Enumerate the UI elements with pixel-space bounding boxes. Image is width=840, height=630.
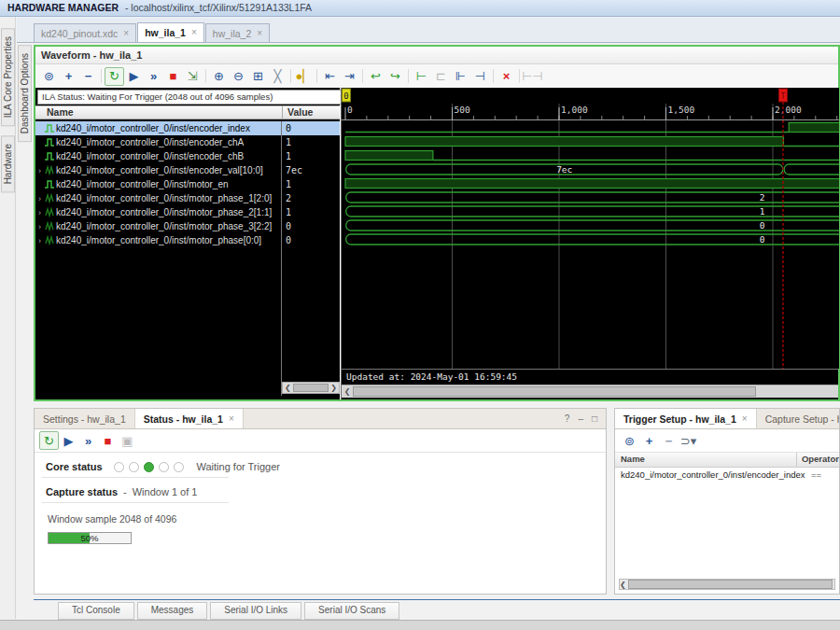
- search-icon[interactable]: ⊚: [39, 67, 59, 86]
- signal-value[interactable]: 1: [282, 177, 340, 191]
- signal-value[interactable]: 1: [282, 135, 340, 149]
- minimize-icon[interactable]: –: [578, 413, 583, 424]
- sidebar-item-dashboard-options[interactable]: Dashboard Options: [18, 45, 32, 142]
- marker-icon[interactable]: ●▏: [294, 67, 314, 86]
- signal-row[interactable]: ›kd240_i/motor_controller_0/inst/motor_p…: [35, 191, 281, 205]
- expand-icon[interactable]: ›: [35, 222, 44, 231]
- divider: [42, 502, 229, 503]
- console-tab-serial-i-o-links[interactable]: Serial I/O Links: [210, 602, 301, 620]
- signal-value[interactable]: 0: [282, 233, 340, 247]
- remove-probe-icon[interactable]: −: [78, 67, 98, 86]
- bus-value-label: 7ec: [556, 164, 572, 175]
- compare-icon[interactable]: ▣: [118, 431, 137, 450]
- run-all-icon[interactable]: »: [78, 431, 98, 450]
- zoom-to-trigger-icon[interactable]: ╳: [268, 67, 287, 86]
- value-column-header[interactable]: Value: [282, 106, 340, 119]
- zoom-in-icon[interactable]: ⊕: [209, 67, 229, 86]
- signal-row[interactable]: ›kd240_i/motor_controller_0/inst/encoder…: [35, 163, 281, 177]
- help-icon[interactable]: ?: [565, 413, 570, 424]
- close-icon[interactable]: ×: [123, 25, 129, 42]
- signal-row[interactable]: ›kd240_i/motor_controller_0/inst/motor_p…: [35, 233, 281, 247]
- waveform-canvas[interactable]: 05001,0001,5002,0007ec21000T: [342, 88, 839, 369]
- waveform-canvas-pane[interactable]: 05001,0001,5002,0007ec21000T Updated at:…: [341, 88, 838, 399]
- trigger-probe-row[interactable]: kd240_i/motor_controller_0/inst/encoder_…: [615, 468, 839, 482]
- console-tab-messages[interactable]: Messages: [137, 602, 208, 620]
- run-all-icon[interactable]: »: [144, 67, 163, 86]
- signal-row[interactable]: kd240_i/motor_controller_0/inst/motor_en: [35, 177, 281, 191]
- trigger-name-column-header[interactable]: Name: [615, 453, 796, 467]
- tab-kd240_pinout.xdc[interactable]: kd240_pinout.xdc×: [34, 23, 136, 42]
- console-tab-serial-i-o-scans[interactable]: Serial I/O Scans: [304, 602, 399, 620]
- add-probe-icon[interactable]: +: [639, 431, 659, 450]
- run-trigger-icon[interactable]: ↻: [105, 67, 124, 86]
- signal-value[interactable]: 2: [282, 191, 340, 205]
- name-column-header[interactable]: Name: [35, 106, 282, 119]
- tab-settings-hw-ila-1[interactable]: Settings - hw_ila_1: [35, 409, 135, 428]
- prev-marker-icon[interactable]: ⊏: [431, 67, 451, 86]
- run-trigger-icon[interactable]: ↻: [39, 431, 59, 450]
- divider: [42, 477, 229, 478]
- next-marker-icon[interactable]: ⊩: [451, 67, 470, 86]
- trigger-operator-column-header[interactable]: Operator: [796, 453, 839, 467]
- signal-value[interactable]: 0: [282, 219, 340, 233]
- scrollbar-thumb[interactable]: [628, 580, 833, 589]
- expand-icon[interactable]: ›: [35, 208, 44, 217]
- remove-marker-icon[interactable]: ⊣: [470, 67, 490, 86]
- value-column-scrollbar[interactable]: ❮ ❯: [282, 382, 340, 394]
- signal-value[interactable]: 1: [282, 205, 340, 219]
- close-icon[interactable]: ×: [191, 24, 197, 41]
- probe-operator[interactable]: ==: [806, 468, 839, 482]
- close-icon[interactable]: ×: [229, 410, 234, 428]
- expand-icon[interactable]: ›: [35, 236, 44, 245]
- stop-icon[interactable]: ■: [163, 67, 183, 86]
- tab-trigger-setup-hw-ila-1[interactable]: Trigger Setup - hw_ila_1×: [615, 409, 757, 428]
- scrollbar-thumb[interactable]: [293, 384, 329, 392]
- sidebar-item-hardware[interactable]: Hardware: [1, 135, 15, 192]
- gate-icon[interactable]: ⊃▾: [679, 431, 698, 450]
- trigger-marker-label: T: [781, 92, 786, 101]
- goto-end-icon[interactable]: ⇥: [340, 67, 359, 86]
- close-icon[interactable]: ×: [742, 410, 748, 428]
- stop-icon[interactable]: ■: [98, 431, 118, 450]
- close-icon[interactable]: ×: [257, 25, 262, 42]
- export-data-icon[interactable]: ⇲: [183, 67, 203, 86]
- expand-icon[interactable]: ›: [35, 194, 44, 203]
- add-probe-icon[interactable]: +: [59, 67, 78, 86]
- tab-status-hw-ila-1[interactable]: Status - hw_ila_1×: [135, 409, 244, 428]
- signal-row[interactable]: kd240_i/motor_controller_0/inst/encoder_…: [35, 149, 281, 163]
- scroll-right-icon[interactable]: ❯: [330, 384, 337, 392]
- scroll-left-icon[interactable]: ❮: [342, 387, 353, 396]
- search-icon[interactable]: ⊚: [620, 431, 639, 450]
- tab-hw_ila_2[interactable]: hw_ila_2×: [205, 23, 270, 42]
- prev-transition-icon[interactable]: ↩: [366, 67, 385, 86]
- expand-icon[interactable]: ›: [35, 166, 44, 175]
- zoom-fit-icon[interactable]: ⊞: [248, 67, 268, 86]
- signal-value[interactable]: 0: [282, 121, 340, 135]
- signal-row[interactable]: ›kd240_i/motor_controller_0/inst/motor_p…: [35, 219, 281, 233]
- delete-icon[interactable]: ×: [497, 67, 516, 86]
- scroll-left-icon[interactable]: ❮: [620, 581, 626, 589]
- trigger-h-scrollbar[interactable]: ❮: [619, 579, 835, 590]
- run-immediate-icon[interactable]: ▶: [124, 67, 144, 86]
- run-immediate-icon[interactable]: ▶: [59, 431, 78, 450]
- signal-row[interactable]: ›kd240_i/motor_controller_0/inst/motor_p…: [35, 205, 281, 219]
- zoom-out-icon[interactable]: ⊖: [229, 67, 248, 86]
- signal-row[interactable]: kd240_i/motor_controller_0/inst/encoder_…: [35, 135, 281, 149]
- scrollbar-thumb[interactable]: [353, 386, 756, 397]
- sidebar-item-ila-core-properties[interactable]: ILA Core Properties: [1, 28, 15, 126]
- bus-value-label: 0: [760, 234, 765, 245]
- add-marker-icon[interactable]: ⊢: [412, 67, 431, 86]
- tab-hw_ila_1[interactable]: hw_ila_1×: [137, 22, 204, 42]
- console-tab-tcl-console[interactable]: Tcl Console: [58, 602, 134, 620]
- maximize-icon[interactable]: □: [592, 413, 597, 424]
- next-transition-icon[interactable]: ↪: [385, 67, 405, 86]
- waveform-h-scrollbar[interactable]: ❮: [342, 385, 838, 398]
- remove-probe-icon[interactable]: −: [659, 431, 679, 450]
- scroll-left-icon[interactable]: ❮: [285, 384, 291, 392]
- signal-row[interactable]: kd240_i/motor_controller_0/inst/encoder_…: [35, 121, 281, 135]
- goto-start-icon[interactable]: ⇤: [320, 67, 340, 86]
- signal-value[interactable]: 1: [282, 149, 340, 163]
- tab-capture-setup-hw-ila-1[interactable]: Capture Setup - hw_ila_1: [757, 409, 840, 428]
- signal-value[interactable]: 7ec: [282, 163, 340, 177]
- swap-icon[interactable]: ⊢⊣: [523, 67, 542, 86]
